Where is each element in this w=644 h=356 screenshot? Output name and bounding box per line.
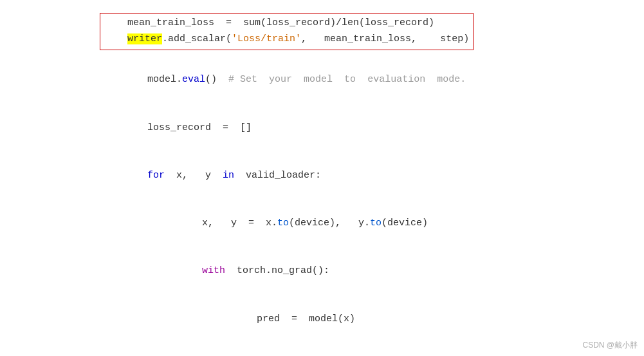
code-container: mean_train_loss = sum(loss_record)/len(l… <box>0 0 644 356</box>
code-line: writer.add_scalar('Loss/train', mean_tra… <box>104 32 469 48</box>
code-line: for x, y in valid_loader: <box>19 152 644 200</box>
code-line: loss = criterion(pred, y) <box>19 343 644 356</box>
code-line: pred = model(x) <box>19 295 644 343</box>
code-line: with torch.no_grad(): <box>19 248 644 295</box>
code-line: model.eval() # Set your model to evaluat… <box>19 57 644 104</box>
code-line: mean_train_loss = sum(loss_record)/len(l… <box>104 15 469 32</box>
code-line: loss_record = [] <box>19 104 644 152</box>
code-line: x, y = x.to(device), y.to(device) <box>19 200 644 247</box>
top-highlighted-box: mean_train_loss = sum(loss_record)/len(l… <box>100 13 474 50</box>
watermark: CSDN @戴小胖 <box>582 340 638 351</box>
writer-highlight: writer <box>127 33 162 44</box>
